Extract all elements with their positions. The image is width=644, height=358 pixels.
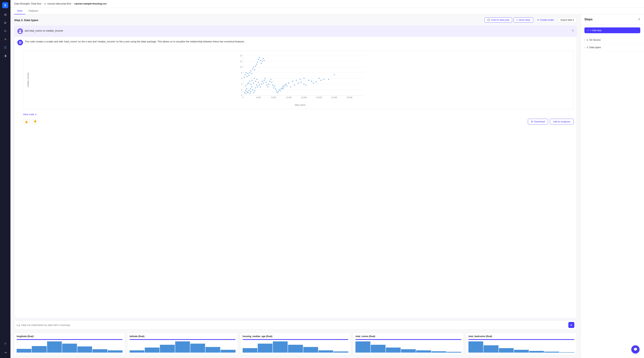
user-message: plot total_rooms vs median_income ⧉ — [14, 26, 576, 37]
mini-bar — [62, 344, 77, 353]
svg-point-79 — [276, 90, 277, 91]
svg-point-56 — [253, 82, 254, 84]
svg-point-48 — [256, 84, 257, 85]
step-item-s3-source[interactable]: › 1. S3 Source — [581, 36, 644, 44]
svg-point-122 — [296, 80, 297, 81]
close-steps-button[interactable]: × — [638, 17, 640, 21]
download-button[interactable]: ⬇ Download — [528, 119, 548, 124]
mini-bar — [130, 350, 144, 353]
app-logo[interactable]: S — [2, 2, 8, 8]
svg-point-124 — [303, 78, 304, 79]
svg-point-67 — [264, 78, 266, 79]
step-item-data-types[interactable]: › 2. Data types — [581, 44, 644, 51]
svg-point-51 — [247, 83, 248, 84]
y-axis-label: median_income — [26, 54, 30, 106]
svg-point-60 — [258, 81, 259, 83]
svg-point-105 — [318, 78, 320, 79]
svg-point-103 — [303, 83, 304, 84]
svg-point-116 — [300, 81, 302, 83]
breadcrumb-flow[interactable]: canvas-data-prep.flow — [47, 2, 71, 5]
floating-chat-button[interactable]: 💬 — [631, 345, 640, 354]
sidebar-icon-toggle[interactable]: ◑ — [2, 52, 8, 59]
right-actions: ⬇ Download Add to analyses — [528, 119, 574, 124]
svg-point-3 — [19, 31, 22, 33]
sidebar-icon-exit[interactable]: ⇥ — [2, 349, 8, 356]
svg-point-85 — [248, 73, 248, 74]
chat-input-row: ➤ — [14, 320, 577, 330]
svg-point-82 — [244, 74, 246, 75]
svg-point-132 — [284, 84, 286, 85]
svg-point-77 — [274, 85, 275, 87]
sidebar-icon-list[interactable]: ☰ — [2, 44, 8, 51]
svg-point-34 — [245, 90, 246, 91]
svg-text:8: 8 — [241, 72, 242, 74]
copy-icon[interactable]: ⧉ — [572, 28, 574, 32]
mini-bar — [386, 348, 401, 353]
step-header: Step 2. Data types 💬 Chat for data prep … — [14, 17, 577, 22]
svg-point-80 — [277, 92, 278, 93]
sidebar-icon-settings[interactable]: ⚙ — [2, 19, 8, 26]
chat-input[interactable] — [16, 324, 568, 327]
export-label: Export data — [561, 19, 572, 21]
svg-point-89 — [251, 73, 252, 74]
svg-point-115 — [294, 84, 295, 85]
user-avatar — [17, 28, 23, 34]
view-code-row[interactable]: View code ∧ — [14, 111, 576, 117]
show-steps-button[interactable]: ≡ Show steps — [514, 17, 533, 22]
svg-text:4: 4 — [241, 83, 242, 85]
thumbs-up-button[interactable]: 👍 — [23, 119, 30, 124]
svg-point-38 — [248, 92, 248, 93]
tab-data[interactable]: Data — [14, 7, 25, 14]
svg-point-109 — [305, 84, 306, 85]
thumbs-down-button[interactable]: 👎 — [32, 119, 38, 124]
sidebar-icon-star[interactable]: ✳ — [2, 36, 8, 42]
svg-point-126 — [279, 89, 280, 90]
create-model-button[interactable]: ⟳ Create model — [535, 17, 556, 22]
svg-point-92 — [254, 69, 255, 70]
sidebar-icon-refresh[interactable]: ↻ — [2, 28, 8, 34]
mini-bar — [258, 344, 272, 353]
svg-point-68 — [266, 81, 266, 83]
add-to-analyses-button[interactable]: Add to analyses — [550, 119, 574, 124]
svg-point-95 — [257, 62, 258, 63]
tab-analyses[interactable]: Analyses — [25, 7, 41, 14]
breadcrumb-root[interactable]: Data Wrangler: Data flow — [14, 2, 41, 5]
svg-point-75 — [272, 84, 273, 85]
svg-point-129 — [282, 87, 282, 88]
breadcrumb: Data Wrangler: Data flow › ⇄ canvas-data… — [10, 0, 644, 7]
breadcrumb-file: canvas-sample-housing.csv — [74, 2, 107, 5]
plot-area: median_income — [26, 54, 570, 106]
svg-point-84 — [246, 76, 248, 77]
svg-point-76 — [273, 87, 274, 88]
svg-point-36 — [246, 91, 248, 92]
mini-bar — [220, 350, 235, 353]
svg-text:2: 2 — [241, 89, 242, 91]
svg-point-73 — [270, 79, 272, 80]
content-area: Step 2. Data types 💬 Chat for data prep … — [10, 14, 644, 358]
column-bar-latitude — [130, 339, 236, 340]
svg-point-65 — [262, 82, 264, 84]
add-step-button[interactable]: + + Add step — [584, 27, 640, 33]
scatter-plot-svg: 0 2 4 6 8 10 12 14 0 4,000 — [30, 54, 570, 103]
svg-point-50 — [245, 85, 246, 87]
chat-for-data-prep-button[interactable]: 💬 Chat for data prep — [484, 17, 512, 22]
ai-response: The code creates a scatter plot with 'to… — [14, 37, 576, 50]
sidebar-icon-help[interactable]: ? — [2, 341, 8, 348]
feedback-icons: 👍 👎 — [23, 119, 38, 124]
svg-point-39 — [248, 90, 250, 91]
export-data-button[interactable]: Export data ▾ — [558, 17, 577, 22]
mini-bar — [108, 350, 122, 353]
ai-avatar — [17, 40, 23, 45]
add-step-label: + Add step — [590, 29, 602, 32]
column-card-housing-age: housing_median_age (float) — [240, 333, 351, 355]
send-button[interactable]: ➤ — [568, 322, 574, 328]
svg-point-112 — [328, 79, 329, 80]
mini-chart-housing-age — [242, 342, 348, 353]
mini-chart-latitude — [130, 342, 236, 353]
svg-point-93 — [255, 65, 256, 67]
svg-point-99 — [261, 63, 262, 64]
mini-bar — [484, 345, 498, 353]
svg-point-83 — [246, 72, 247, 73]
ai-header: The code creates a scatter plot with 'to… — [17, 40, 574, 45]
sidebar-icon-grid[interactable]: ⊞ — [2, 11, 8, 18]
